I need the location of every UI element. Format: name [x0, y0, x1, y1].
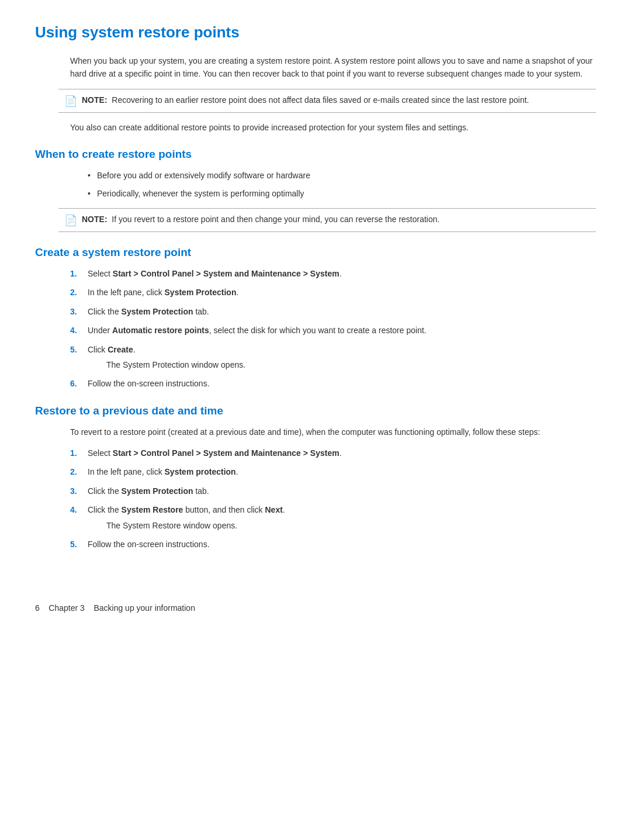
- note-box-2: 📄 NOTE: If you revert to a restore point…: [58, 208, 596, 232]
- create-step-2-bold: System Protection: [165, 288, 237, 297]
- restore-step-4-bold: System Restore: [122, 505, 183, 514]
- note-content-1: Recovering to an earlier restore point d…: [112, 95, 529, 105]
- restore-step-3: Click the System Protection tab.: [70, 485, 596, 497]
- restore-step-4: Click the System Restore button, and the…: [70, 503, 596, 532]
- restore-step-1: Select Start > Control Panel > System an…: [70, 447, 596, 459]
- note-icon-1: 📄: [64, 95, 77, 108]
- restore-steps-list: Select Start > Control Panel > System an…: [70, 447, 596, 551]
- note-box-1: 📄 NOTE: Recovering to an earlier restore…: [58, 89, 596, 113]
- note-text-2: NOTE: If you revert to a restore point a…: [82, 213, 439, 226]
- page-footer: 6 Chapter 3 Backing up your information: [35, 597, 596, 613]
- create-step-6: Follow the on-screen instructions.: [70, 377, 596, 390]
- note-icon-2: 📄: [64, 214, 77, 227]
- restore-step-3-bold: System Protection: [122, 486, 193, 496]
- create-step-3: Click the System Protection tab.: [70, 305, 596, 318]
- note-label-1: NOTE:: [82, 95, 108, 105]
- create-step-4-bold: Automatic restore points: [112, 326, 209, 335]
- page-title: Using system restore points: [35, 23, 596, 44]
- restore-section-title: Restore to a previous date and time: [35, 405, 596, 417]
- create-step-4: Under Automatic restore points, select t…: [70, 324, 596, 337]
- create-step-5-subtext: The System Protection window opens.: [106, 358, 596, 371]
- footer-chapter: Chapter 3: [48, 603, 84, 613]
- create-section-title: Create a system restore point: [35, 246, 596, 259]
- restore-step-1-bold: Start > Control Panel > System and Maint…: [113, 448, 339, 458]
- note-label-2: NOTE:: [82, 215, 108, 224]
- create-step-1-bold: Start > Control Panel > System and Maint…: [113, 269, 339, 278]
- restore-step-4-bold2: Next: [265, 505, 283, 514]
- bullet-item-1: Before you add or extensively modify sof…: [88, 169, 596, 182]
- note-content-2: If you revert to a restore point and the…: [112, 215, 439, 224]
- restore-step-4-subtext: The System Restore window opens.: [106, 519, 596, 532]
- footer-chapter-title: Backing up your information: [93, 603, 195, 613]
- create-step-2: In the left pane, click System Protectio…: [70, 286, 596, 299]
- when-bullet-list: Before you add or extensively modify sof…: [88, 169, 596, 200]
- create-step-5: Click Create. The System Protection wind…: [70, 343, 596, 372]
- note-text-1: NOTE: Recovering to an earlier restore p…: [82, 94, 529, 106]
- create-step-1: Select Start > Control Panel > System an…: [70, 267, 596, 280]
- intro-paragraph: When you back up your system, you are cr…: [70, 54, 596, 81]
- page-content: Using system restore points When you bac…: [35, 23, 596, 613]
- footer-page-number: 6: [35, 603, 40, 613]
- restore-step-2: In the left pane, click System protectio…: [70, 465, 596, 478]
- create-step-5-bold: Create: [108, 345, 133, 354]
- create-step-3-bold: System Protection: [122, 307, 193, 316]
- when-section-title: When to create restore points: [35, 148, 596, 161]
- restore-step-2-bold: System protection: [165, 467, 236, 476]
- restore-step-5: Follow the on-screen instructions.: [70, 538, 596, 551]
- restore-intro: To revert to a restore point (created at…: [70, 426, 596, 438]
- create-steps-list: Select Start > Control Panel > System an…: [70, 267, 596, 390]
- bullet-item-2: Periodically, whenever the system is per…: [88, 187, 596, 200]
- intro-paragraph-2: You also can create additional restore p…: [70, 121, 596, 134]
